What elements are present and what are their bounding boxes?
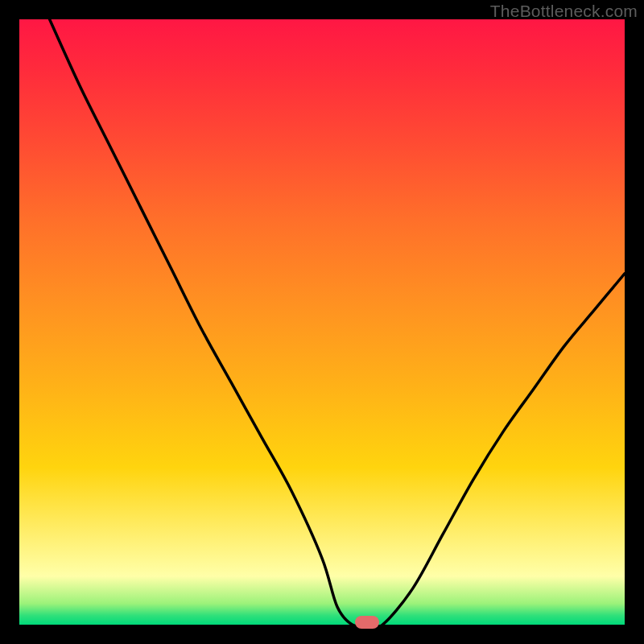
- bottleneck-curve: [19, 19, 625, 625]
- plot-area: [19, 19, 625, 625]
- chart-frame: TheBottleneck.com: [0, 0, 644, 644]
- optimum-marker: [355, 616, 379, 629]
- watermark-text: TheBottleneck.com: [490, 2, 638, 21]
